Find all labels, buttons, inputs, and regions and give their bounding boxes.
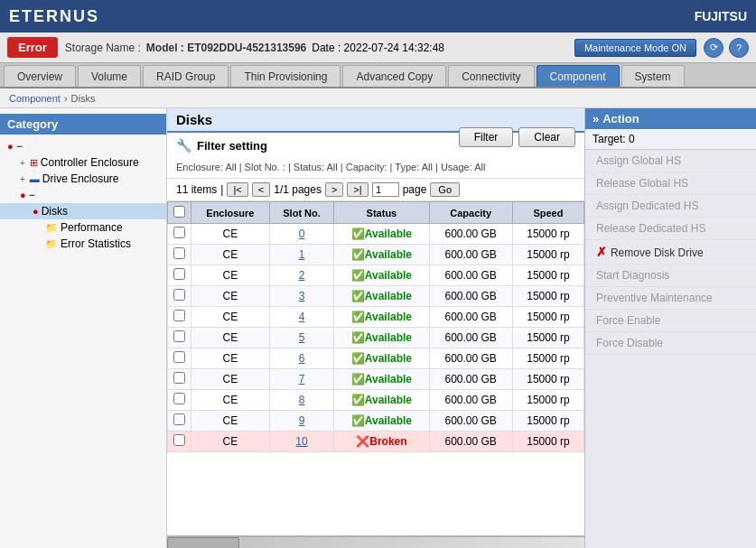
action-item-preventive: Preventive Maintenance [585,287,756,310]
refresh-icon[interactable]: ⟳ [704,38,723,58]
clear-button[interactable]: Clear [518,127,575,147]
select-all-checkbox[interactable] [173,206,185,218]
row-slot-link[interactable]: 0 [269,224,334,245]
tree-icon: ● [7,141,14,152]
row-slot-link[interactable]: 8 [269,390,334,411]
row-checkbox[interactable] [173,372,185,384]
row-slot-link[interactable]: 5 [269,328,334,348]
row-checkbox[interactable] [173,310,185,321]
row-status: ✅Available [334,265,429,286]
action-title: Action [602,112,639,125]
nav-tab-raid[interactable]: RAID Group [143,65,229,87]
status-text: Available [365,290,412,302]
row-enclosure: CE [191,286,270,307]
status-text: Broken [369,435,406,448]
storage-info: Storage Name : Model : ET092DDU-45213135… [65,42,444,54]
table-row: CE7✅Available600.00 GB15000 rp [168,369,584,390]
row-slot-link[interactable]: 10 [269,432,334,452]
breadcrumb-parent[interactable]: Component [9,93,61,104]
filter-button[interactable]: Filter [459,127,514,147]
storage-label: Storage Name : [65,42,141,54]
sidebar-item-−_[interactable]: ●− [0,187,166,203]
last-page-button[interactable]: >| [347,182,368,197]
sidebar-item-disks[interactable]: ●Disks [0,203,166,219]
sidebar-item-performance[interactable]: 📁Performance [0,219,166,236]
row-slot-link[interactable]: 6 [269,348,334,369]
row-enclosure: CE [191,390,270,411]
nav-tab-system[interactable]: System [621,65,685,87]
row-slot-link[interactable]: 9 [269,411,334,432]
sidebar-item-error_statistics[interactable]: 📁Error Statistics [0,236,166,252]
action-item-label: Assign Global HS [596,154,681,167]
row-checkbox[interactable] [173,393,185,404]
error-button[interactable]: Error [7,37,58,58]
row-enclosure: CE [191,432,270,452]
go-button[interactable]: Go [430,182,460,197]
row-slot-link[interactable]: 7 [269,369,334,390]
nav-tab-volume[interactable]: Volume [78,65,141,87]
action-item-label: Release Global HS [596,177,688,190]
row-checkbox[interactable] [173,330,185,342]
tree-label: Controller Enclosure [41,156,139,169]
row-enclosure: CE [191,369,270,390]
row-checkbox[interactable] [173,247,185,259]
action-item-force-enable: Force Enable [585,310,756,332]
maintenance-mode-button[interactable]: Maintenance Mode ON [574,39,696,57]
nav-tab-connectivity[interactable]: Connectivity [448,65,534,87]
row-status: ✅Available [334,411,429,432]
row-checkbox-cell [168,390,191,411]
row-speed: 15000 rp [512,307,583,328]
status-ok-icon: ✅ [351,352,365,365]
sidebar-item-−_[interactable]: ●− [0,138,166,154]
sidebar-tree: ●− +⊞Controller Enclosure+▬Drive Enclosu… [0,138,166,252]
row-status: ✅Available [334,390,429,411]
page-input[interactable] [372,182,399,197]
row-capacity: 600.00 GB [429,286,512,307]
next-page-button[interactable]: > [325,182,343,197]
row-slot-link[interactable]: 3 [269,286,334,307]
status-text: Available [365,331,412,344]
help-icon[interactable]: ? [729,38,749,58]
nav-tab-component[interactable]: Component [537,65,620,87]
row-status: ✅Available [334,224,429,245]
row-status: ✅Available [334,245,429,265]
tree-icon: 📁 [45,222,58,234]
row-checkbox[interactable] [173,227,185,238]
row-capacity: 600.00 GB [429,432,512,452]
status-ok-icon: ✅ [351,269,365,282]
tree-label: Error Statistics [61,237,131,250]
row-slot-link[interactable]: 1 [269,245,334,265]
row-checkbox[interactable] [173,289,185,301]
tree-label: Drive Enclosure [42,172,119,185]
action-items: Assign Global HSRelease Global HSAssign … [585,150,756,355]
table-header: Enclosure Slot No. Status Capacity Speed [168,202,584,224]
prev-page-button[interactable]: < [252,182,270,197]
row-checkbox[interactable] [173,351,185,363]
nav-tab-advcopy[interactable]: Advanced Copy [342,65,446,87]
row-checkbox[interactable] [173,268,185,280]
storage-date: Date : 2022-07-24 14:32:48 [312,42,444,54]
status-text: Available [365,248,412,261]
row-checkbox[interactable] [173,434,185,446]
col-status: Status [334,202,429,224]
scroll-indicator [167,535,584,548]
target-value: 0 [629,133,635,145]
sidebar-item-drive_enclosure[interactable]: +▬Drive Enclosure [0,171,166,187]
horizontal-scrollbar-thumb[interactable] [167,537,239,548]
row-checkbox[interactable] [173,413,185,425]
row-status: ✅Available [334,328,429,348]
row-capacity: 600.00 GB [429,265,512,286]
action-item-remove-disk[interactable]: ✗ Remove Disk Drive [585,240,756,265]
table-row: CE4✅Available600.00 GB15000 rp [168,307,584,328]
row-slot-link[interactable]: 2 [269,265,334,286]
first-page-button[interactable]: |< [227,182,247,197]
nav-tab-thin[interactable]: Thin Provisioning [230,65,341,87]
nav-tab-overview[interactable]: Overview [4,65,76,87]
tree-expand-icon: + [20,158,25,168]
status-ok-icon: ✅ [351,311,365,323]
action-item-start-diagnosis: Start Diagnosis [585,265,756,287]
row-checkbox-cell [168,307,191,328]
sidebar-item-controller_enclosure[interactable]: +⊞Controller Enclosure [0,154,166,171]
row-slot-link[interactable]: 4 [269,307,334,328]
row-speed: 15000 rp [512,224,583,245]
